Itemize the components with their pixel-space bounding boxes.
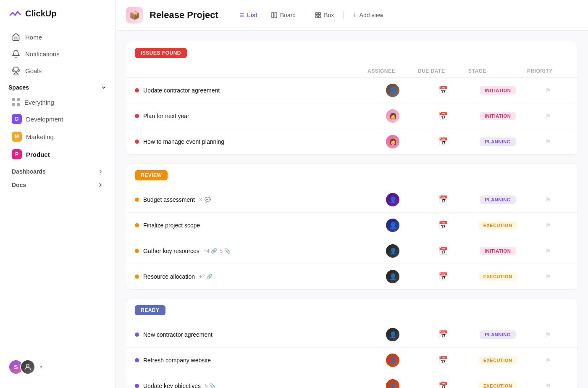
group-issues-found-badge: ISSUES FOUND — [135, 48, 187, 58]
tab-board[interactable]: Board — [265, 9, 302, 21]
due-date-cell[interactable]: 📅 — [418, 356, 468, 365]
col-stage: STAGE — [468, 68, 527, 74]
view-divider — [305, 11, 305, 19]
assignee-cell: 👤 — [368, 84, 418, 97]
view-divider2 — [343, 11, 344, 19]
group-review-header: REVIEW — [126, 164, 578, 187]
chevron-right-icon2 — [97, 182, 104, 188]
due-date-cell[interactable]: 📅 — [418, 221, 468, 230]
development-badge: D — [12, 114, 22, 124]
table-row[interactable]: Gather key resources +4 🔗 5 📎 👤 📅 INITIA… — [126, 238, 578, 264]
priority-cell: ⚑ — [527, 273, 569, 281]
spaces-header[interactable]: Spaces — [0, 79, 116, 94]
project-title: Release Project — [150, 10, 218, 21]
box-icon — [315, 12, 321, 18]
sidebar-item-goals[interactable]: Goals — [3, 62, 112, 79]
stage-cell: PLANNING — [468, 195, 527, 204]
sidebar-item-everything[interactable]: Everything — [3, 94, 112, 110]
sidebar-item-marketing[interactable]: M Marketing — [3, 128, 112, 145]
group-issues-found: ISSUES FOUND ASSIGNEE DUE DATE STAGE PRI… — [126, 41, 578, 155]
sidebar-item-product[interactable]: P Product — [3, 145, 112, 163]
add-view-button[interactable]: + Add view — [347, 9, 389, 21]
task-name: New contractor agreement — [135, 331, 368, 338]
due-date-cell[interactable]: 📅 — [418, 246, 468, 256]
task-dot — [135, 249, 139, 253]
sidebar-item-development[interactable]: D Development — [3, 110, 112, 128]
table-row[interactable]: Refresh company website 👤 📅 EXECUTION ⚑ — [126, 348, 578, 373]
task-name: Resource allocation +2 🔗 — [135, 273, 368, 280]
avatar: 👤 — [386, 270, 399, 283]
stage-cell: PLANNING — [468, 137, 527, 146]
table-row[interactable]: Update key objectives 5 📎 👤 📅 EXECUTION … — [126, 373, 578, 388]
task-dot — [135, 333, 139, 337]
chevron-right-icon — [97, 168, 104, 175]
table-row[interactable]: Finalize project scope 👤 📅 EXECUTION ⚑ — [126, 213, 578, 238]
tab-list[interactable]: List — [232, 9, 263, 21]
avatar: 👤 — [386, 379, 399, 388]
due-date-cell[interactable]: 📅 — [418, 86, 468, 95]
table-row[interactable]: How to manage event planning 👩 📅 PLANNIN… — [126, 129, 578, 154]
sidebar-item-docs[interactable]: Docs — [3, 177, 112, 190]
col-assignee: ASSIGNEE — [368, 68, 418, 74]
tab-box[interactable]: Box — [309, 9, 340, 21]
app-name: ClickUp — [25, 9, 56, 18]
task-dot — [135, 140, 139, 144]
sidebar-item-home[interactable]: Home — [3, 29, 112, 45]
priority-cell: ⚑ — [527, 331, 569, 339]
development-label: Development — [26, 116, 63, 123]
priority-cell: ⚑ — [527, 138, 569, 146]
chevron-down-icon — [100, 84, 107, 91]
home-label: Home — [25, 34, 42, 41]
assignee-cell: 👤 — [368, 354, 418, 367]
sidebar-item-notifications[interactable]: Notifications — [3, 45, 112, 62]
flag-icon: ⚑ — [545, 138, 551, 146]
group-ready-badge: READY — [135, 305, 165, 315]
due-date-cell[interactable]: 📅 — [418, 111, 468, 121]
group-review: REVIEW Budget assessment 3 💬 👤 📅 PLANNIN… — [126, 163, 578, 290]
due-date-cell[interactable]: 📅 — [418, 195, 468, 204]
table-row[interactable]: Budget assessment 3 💬 👤 📅 PLANNING ⚑ — [126, 187, 578, 213]
due-date-cell[interactable]: 📅 — [418, 381, 468, 388]
user-avatars[interactable]: S — [8, 359, 35, 375]
priority-cell: ⚑ — [527, 196, 569, 204]
priority-cell: ⚑ — [527, 112, 569, 120]
stage-badge: INITIATION — [480, 112, 516, 120]
assignee-cell: 👤 — [368, 244, 418, 258]
everything-icon — [12, 98, 20, 106]
user-menu-chevron[interactable]: ▼ — [39, 364, 44, 370]
sidebar-item-dashboards[interactable]: Dashboards — [3, 163, 112, 177]
table-row[interactable]: Plan for next year 👩 📅 INITIATION ⚑ — [126, 103, 578, 129]
board-icon — [271, 12, 278, 18]
table-row[interactable]: Resource allocation +2 🔗 👤 📅 EXECUTION ⚑ — [126, 264, 578, 289]
marketing-label: Marketing — [26, 133, 54, 140]
calendar-icon: 📅 — [438, 137, 448, 146]
assignee-cell: 👩 — [368, 109, 418, 123]
calendar-icon: 📅 — [438, 195, 448, 204]
stage-cell: INITIATION — [468, 247, 527, 255]
spaces-label: Spaces — [8, 84, 29, 91]
table-header: ASSIGNEE DUE DATE STAGE PRIORITY — [126, 65, 578, 78]
table-row[interactable]: New contractor agreement 👤 📅 PLANNING ⚑ — [126, 322, 578, 348]
everything-label: Everything — [24, 99, 54, 106]
avatar: 👩 — [386, 135, 399, 148]
table-row[interactable]: Update contractor agreement 👤 📅 INITIATI… — [126, 78, 578, 103]
due-date-cell[interactable]: 📅 — [418, 272, 468, 281]
flag-icon: ⚑ — [545, 87, 551, 95]
due-date-cell[interactable]: 📅 — [418, 330, 468, 339]
docs-label: Docs — [12, 182, 26, 188]
task-meta: +4 🔗 5 📎 — [204, 248, 231, 254]
add-view-label: Add view — [360, 12, 383, 18]
avatar: 👤 — [386, 328, 399, 341]
home-icon — [12, 33, 20, 41]
view-tabs: List Board Box + Add view — [232, 9, 389, 21]
assignee-cell: 👤 — [368, 219, 418, 232]
group-issues-found-header: ISSUES FOUND — [126, 41, 578, 65]
logo[interactable]: ClickUp — [0, 7, 116, 29]
due-date-cell[interactable]: 📅 — [418, 137, 468, 146]
avatar: 👩 — [386, 109, 399, 123]
stage-badge: PLANNING — [480, 137, 515, 146]
task-dot — [135, 114, 139, 118]
svg-point-0 — [26, 364, 29, 367]
tab-box-label: Box — [324, 12, 334, 18]
task-dot — [135, 88, 139, 92]
